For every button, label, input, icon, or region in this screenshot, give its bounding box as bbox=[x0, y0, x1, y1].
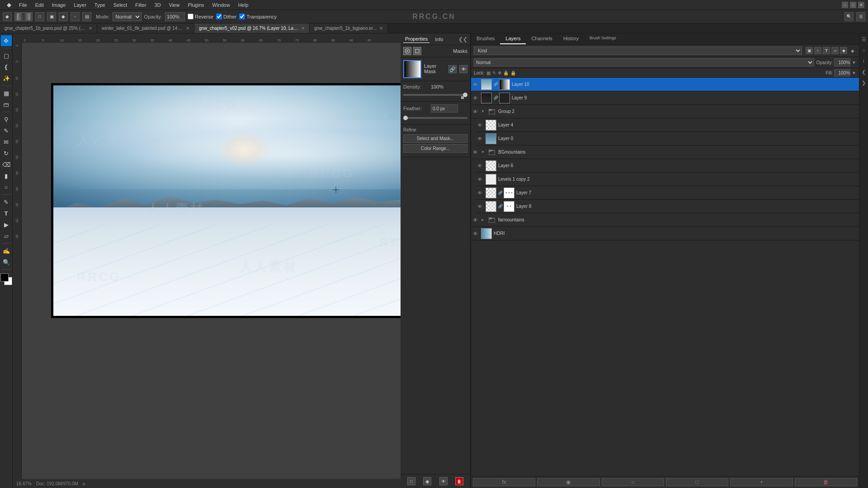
search-btn[interactable]: 🔍 bbox=[844, 12, 854, 21]
menu-help[interactable]: Help bbox=[235, 1, 252, 9]
layer-10-link[interactable]: 🔗 bbox=[494, 82, 497, 86]
dodge-tool[interactable]: ○ bbox=[1, 182, 12, 192]
layer-9-visibility[interactable]: 👁 bbox=[473, 95, 479, 101]
filter-toggle-btn[interactable]: ◆ bbox=[849, 47, 856, 54]
layer-7-mask[interactable]: • • • bbox=[504, 188, 514, 198]
feather-input[interactable]: 0.0 px bbox=[431, 104, 458, 113]
mask-visibility-btn[interactable]: 👁 bbox=[459, 65, 467, 73]
brush-picker-btn[interactable] bbox=[14, 12, 33, 21]
panel-collapse-btn[interactable]: ❮❮ bbox=[458, 36, 467, 42]
panel-icon-info[interactable]: i bbox=[860, 57, 868, 65]
select-mask-btn[interactable]: Select and Mask... bbox=[403, 134, 467, 143]
layer-9-mask[interactable] bbox=[499, 93, 510, 103]
group2-visibility[interactable]: 👁 bbox=[473, 109, 479, 114]
channels-tab[interactable]: Channels bbox=[526, 33, 557, 44]
fill-value-input[interactable] bbox=[834, 69, 850, 76]
layer-item-0[interactable]: 👁 Layer 0 bbox=[476, 132, 859, 145]
menu-edit[interactable]: Edit bbox=[32, 1, 47, 9]
layer-8-mask[interactable]: • • bbox=[504, 201, 514, 212]
props-action-2[interactable]: ◉ bbox=[423, 477, 431, 485]
blend-mode-select[interactable]: Normal bbox=[474, 58, 814, 66]
add-mask-btn[interactable]: ◉ bbox=[537, 478, 599, 486]
reverse-checkbox-label[interactable]: Reverse bbox=[188, 14, 213, 19]
tab-4[interactable]: gnw_chapter5_1b_bgpano.er... ✕ bbox=[310, 23, 388, 33]
tab-4-close[interactable]: ✕ bbox=[379, 26, 383, 31]
brush-tool[interactable]: ✎ bbox=[1, 125, 12, 136]
layer-item-8[interactable]: 👁 🔗 • • Layer 8 bbox=[476, 200, 859, 213]
canvas-content[interactable]: RRCG 人人素材 RRCG 人人素材 RRCG 人人素材 人人素材 RRCG bbox=[22, 42, 401, 479]
pen-tool[interactable]: ✎ bbox=[1, 197, 12, 207]
fill-dropdown-arrow[interactable]: ▼ bbox=[852, 70, 856, 75]
layer-0-visibility[interactable]: 👁 bbox=[477, 136, 484, 141]
lock-transparency-icon[interactable]: ▦ bbox=[486, 70, 491, 75]
layer-item-bgmountains[interactable]: 👁 ▼ BGmountains bbox=[471, 145, 859, 159]
dither-checkbox[interactable] bbox=[216, 14, 222, 19]
farmountains-expand-arrow[interactable]: ► bbox=[481, 218, 486, 222]
dither-checkbox-label[interactable]: Dither bbox=[216, 14, 236, 19]
history-tab[interactable]: History bbox=[558, 33, 584, 44]
group2-expand-arrow[interactable]: ▼ bbox=[481, 109, 486, 113]
path-select-tool[interactable]: ▶ bbox=[1, 219, 12, 230]
tab-1-close[interactable]: ✕ bbox=[89, 26, 92, 31]
density-slider-arrow[interactable] bbox=[461, 96, 464, 99]
props-action-3[interactable]: 👁 bbox=[439, 477, 448, 485]
layer-8-link[interactable]: 🔗 bbox=[498, 204, 502, 208]
density-slider[interactable] bbox=[403, 94, 467, 96]
transparency-checkbox[interactable] bbox=[239, 14, 245, 19]
reverse-checkbox[interactable] bbox=[188, 14, 193, 19]
props-delete-btn[interactable]: 🗑 bbox=[455, 477, 463, 485]
new-fill-adj-btn[interactable]: ○ bbox=[602, 478, 664, 486]
tab-1[interactable]: gnw_chapter5_1b_pano.psd @ 25% (HDRI pai… bbox=[0, 23, 97, 33]
panel-icon-adjust[interactable]: ○ bbox=[860, 46, 868, 54]
color-range-btn[interactable]: Color Range... bbox=[403, 144, 467, 153]
layer-item-4[interactable]: 👁 Layer 4 bbox=[476, 118, 859, 132]
tab-2[interactable]: winter_lake_01_8k_painted.psd @ 14.2% (H… bbox=[97, 23, 194, 33]
eraser-tool[interactable]: ⌫ bbox=[1, 159, 12, 170]
tab-2-close[interactable]: ✕ bbox=[186, 26, 189, 31]
tab-3-close[interactable]: ✕ bbox=[301, 26, 305, 31]
layer-9-link[interactable]: 🔗 bbox=[494, 96, 497, 100]
mask-link-btn[interactable]: 🔗 bbox=[448, 65, 457, 73]
opacity-input[interactable]: 100% bbox=[165, 12, 185, 21]
text-tool[interactable]: T bbox=[1, 208, 12, 219]
layer-10-mask[interactable] bbox=[499, 79, 510, 90]
menu-type[interactable]: Type bbox=[91, 1, 109, 9]
menu-filter[interactable]: Filter bbox=[132, 1, 150, 9]
magic-wand-tool[interactable]: ✨ bbox=[1, 73, 12, 84]
kind-filter-select[interactable]: Kind bbox=[474, 47, 802, 55]
menu-file[interactable]: File bbox=[15, 1, 31, 9]
layer-7-link[interactable]: 🔗 bbox=[498, 191, 502, 195]
filter-pixel-icon[interactable]: ▣ bbox=[806, 47, 813, 54]
gradient-tool[interactable]: ▮ bbox=[1, 170, 12, 181]
hand-tool[interactable]: ✍ bbox=[1, 245, 12, 256]
brush-shape-5[interactable]: ▤ bbox=[82, 12, 91, 21]
shape-tool[interactable]: ▱ bbox=[1, 230, 12, 241]
hdri-visibility[interactable]: 👁 bbox=[473, 231, 479, 236]
crop-tool[interactable]: ▦ bbox=[1, 88, 12, 99]
farmountains-visibility[interactable]: 👁 bbox=[473, 217, 479, 223]
brushes-tab[interactable]: Brushes bbox=[471, 33, 500, 44]
extras-btn[interactable]: ☰ bbox=[856, 12, 865, 21]
panel-icon-collapse[interactable]: ❮ bbox=[860, 68, 868, 76]
ps-logo-btn[interactable]: ◆ bbox=[4, 0, 14, 10]
canvas-area[interactable]: 0 5 10 15 20 25 30 35 40 45 50 55 60 65 … bbox=[13, 33, 401, 488]
brush-shape-4[interactable]: ▫ bbox=[71, 12, 80, 21]
lock-position-icon[interactable]: ✥ bbox=[498, 70, 501, 75]
tab-3[interactable]: gnw_chapter5_v02.psd @ 16.7% (Layer 10, … bbox=[194, 23, 310, 33]
menu-3d[interactable]: 3D bbox=[151, 1, 165, 9]
brush-settings-tab[interactable]: Brush Settings bbox=[584, 33, 622, 44]
clone-tool[interactable]: ✉ bbox=[1, 136, 12, 147]
layer-7-visibility[interactable]: 👁 bbox=[477, 190, 484, 196]
layer-item-9[interactable]: 👁 🔗 Layer 9 bbox=[471, 91, 859, 105]
filter-text-icon[interactable]: T bbox=[823, 47, 830, 54]
maximize-btn[interactable]: □ bbox=[850, 2, 856, 8]
panel-icon-layers[interactable]: ☰ bbox=[860, 35, 868, 43]
menu-layer[interactable]: Layer bbox=[70, 1, 90, 9]
brush-shape-2[interactable]: ▣ bbox=[47, 12, 56, 21]
lock-image-icon[interactable]: ✎ bbox=[492, 70, 496, 75]
layer-item-7[interactable]: 👁 🔗 • • • Layer 7 bbox=[476, 186, 859, 200]
info-tab[interactable]: Info bbox=[433, 36, 445, 43]
transparency-checkbox-label[interactable]: Transparency bbox=[239, 14, 277, 19]
properties-tab[interactable]: Properties bbox=[403, 35, 429, 43]
menu-select[interactable]: Select bbox=[110, 1, 131, 9]
